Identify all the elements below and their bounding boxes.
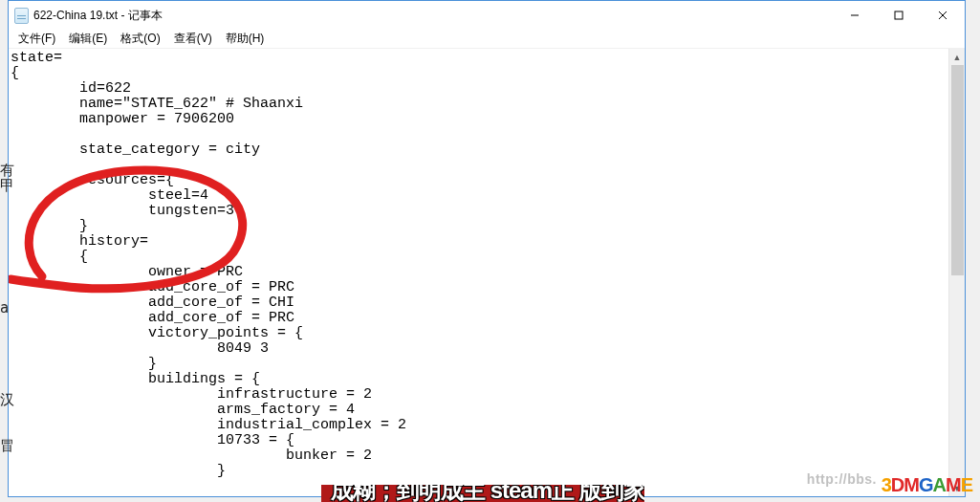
menu-file[interactable]: 文件(F) (12, 30, 61, 48)
maximize-button[interactable] (877, 1, 921, 30)
editor-area: state= { id=622 name="STATE_622" # Shaan… (9, 49, 965, 496)
titlebar[interactable]: 622-China 19.txt - 记事本 (9, 1, 965, 30)
menubar: 文件(F) 编辑(E) 格式(O) 查看(V) 帮助(H) (9, 30, 965, 49)
scroll-thumb[interactable] (951, 65, 964, 275)
close-button[interactable] (921, 1, 965, 30)
scroll-up-arrow[interactable]: ▲ (949, 49, 965, 65)
background-left-fragments: 有甲a汉冒 (0, 163, 8, 453)
menu-help[interactable]: 帮助(H) (220, 30, 271, 48)
minimize-button[interactable] (833, 1, 877, 30)
background-banner-text: 成糊；到明成主 steam正 版到家 (331, 485, 644, 502)
editor-content[interactable]: state= { id=622 name="STATE_622" # Shaan… (11, 51, 947, 494)
menu-edit[interactable]: 编辑(E) (63, 30, 113, 48)
watermark-logo: 3DMGAME (882, 474, 972, 496)
notepad-file-icon (14, 8, 29, 24)
window-title: 622-China 19.txt - 记事本 (33, 8, 163, 24)
menu-view[interactable]: 查看(V) (168, 30, 218, 48)
svg-rect-1 (895, 11, 903, 19)
watermark-url: http://bbs. (807, 471, 877, 487)
window-controls (833, 1, 965, 30)
notepad-window: 622-China 19.txt - 记事本 文件(F) 编辑(E) 格式(O)… (8, 0, 966, 497)
vertical-scrollbar[interactable]: ▲ ▼ (948, 49, 965, 496)
background-banner-strip: 成糊；到明成主 steam正 版到家 (321, 485, 644, 502)
menu-format[interactable]: 格式(O) (115, 30, 165, 48)
